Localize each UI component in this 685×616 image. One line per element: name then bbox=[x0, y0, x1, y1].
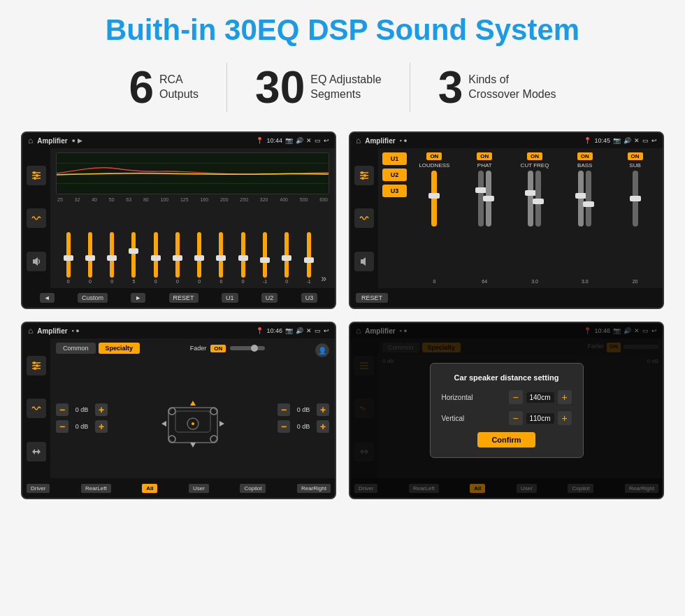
channel-bass: ON BASS 3.0 bbox=[561, 152, 608, 284]
bass-slider-f[interactable] bbox=[578, 171, 584, 227]
spk-user-btn[interactable]: User bbox=[189, 484, 209, 493]
home-icon-1[interactable]: ⌂ bbox=[28, 136, 33, 145]
cross-wave-btn[interactable] bbox=[354, 208, 374, 228]
cross-filter-btn[interactable] bbox=[354, 166, 374, 185]
horizontal-minus[interactable]: − bbox=[509, 390, 523, 404]
stat-crossover: 3 Kinds of Crossover Modes bbox=[410, 65, 584, 110]
eq-slider-1[interactable]: 0 bbox=[80, 232, 99, 284]
tab-common[interactable]: Common bbox=[56, 343, 96, 354]
fader-label: Fader bbox=[190, 345, 207, 352]
phat-slider-f[interactable] bbox=[486, 171, 491, 227]
sub-on[interactable]: ON bbox=[628, 152, 643, 160]
stat-rca: 6 RCA Outputs bbox=[101, 65, 226, 110]
loudness-slider[interactable] bbox=[431, 171, 437, 227]
fl-vol-minus[interactable]: − bbox=[56, 403, 68, 416]
cutfreq-on[interactable]: ON bbox=[527, 152, 542, 160]
vertical-plus[interactable]: + bbox=[558, 411, 572, 425]
home-icon-3[interactable]: ⌂ bbox=[28, 326, 33, 336]
eq-prev-btn[interactable]: ◄ bbox=[40, 293, 55, 303]
fader-slider[interactable] bbox=[230, 346, 265, 350]
stat-number-30: 30 bbox=[255, 65, 305, 110]
eq-custom-btn[interactable]: Custom bbox=[78, 293, 108, 303]
eq-slider-4[interactable]: 0 bbox=[146, 232, 165, 284]
fr-vol-minus[interactable]: − bbox=[277, 403, 290, 416]
dialog-overlay: Car speaker distance setting Horizontal … bbox=[350, 323, 663, 498]
spk-driver-btn[interactable]: Driver bbox=[27, 484, 50, 493]
rr-vol-plus[interactable]: + bbox=[317, 420, 329, 433]
confirm-button[interactable]: Confirm bbox=[477, 432, 535, 447]
spk-rearleft-btn[interactable]: RearLeft bbox=[81, 484, 111, 493]
bass-slider-g[interactable] bbox=[586, 171, 591, 227]
window-icon-1: ▭ bbox=[315, 137, 321, 144]
status-left-1: ⌂ Amplifier ● ▶ bbox=[28, 136, 82, 145]
status-left-3: ⌂ Amplifier ▪ ● bbox=[28, 326, 80, 336]
spk-rearright-btn[interactable]: RearRight bbox=[297, 484, 331, 493]
stat-label-eq: EQ Adjustable Segments bbox=[310, 73, 381, 102]
eq-slider-10[interactable]: 0 bbox=[277, 232, 296, 284]
horizontal-plus[interactable]: + bbox=[558, 390, 572, 404]
bass-on[interactable]: ON bbox=[577, 152, 593, 160]
eq-wave-btn[interactable] bbox=[27, 208, 46, 228]
status-bar-3: ⌂ Amplifier ▪ ● 📍 10:46 📷 🔊 ✕ ▭ ↩ bbox=[22, 323, 335, 338]
crossover-content: U1 U2 U3 ON LOUDNESS 0 bbox=[350, 148, 663, 288]
fl-vol-plus[interactable]: + bbox=[95, 403, 108, 416]
spk-wave-btn[interactable] bbox=[27, 399, 46, 418]
volume-icon-1: 🔊 bbox=[296, 137, 303, 144]
spk-all-btn[interactable]: All bbox=[142, 484, 157, 493]
eq-slider-2[interactable]: 0 bbox=[103, 232, 122, 284]
eq-slider-9[interactable]: -1 bbox=[255, 232, 274, 284]
eq-slider-8[interactable]: 0 bbox=[233, 232, 252, 284]
bass-label: BASS bbox=[577, 162, 592, 169]
eq-u2-btn[interactable]: U2 bbox=[261, 293, 278, 303]
eq-u1-btn[interactable]: U1 bbox=[222, 293, 238, 303]
eq-slider-5[interactable]: 0 bbox=[168, 232, 187, 284]
eq-slider-3[interactable]: 5 bbox=[124, 232, 143, 284]
tab-specialty[interactable]: Specialty bbox=[99, 343, 140, 354]
preset-u3[interactable]: U3 bbox=[382, 185, 407, 197]
svg-marker-33 bbox=[161, 421, 166, 427]
spk-filter-btn[interactable] bbox=[27, 356, 46, 375]
eq-slider-11[interactable]: -1 bbox=[299, 232, 318, 284]
eq-vol-btn[interactable] bbox=[27, 252, 46, 271]
spk-copilot-btn[interactable]: Copilot bbox=[240, 484, 266, 493]
eq-slider-0[interactable]: 0 bbox=[59, 232, 78, 284]
eq-u3-btn[interactable]: U3 bbox=[301, 293, 318, 303]
fader-on-badge[interactable]: ON bbox=[210, 345, 226, 352]
eq-slider-7[interactable]: 0 bbox=[212, 232, 231, 284]
loudness-on[interactable]: ON bbox=[426, 152, 442, 160]
back-icon-2[interactable]: ↩ bbox=[651, 137, 657, 144]
eq-slider-6[interactable]: 0 bbox=[190, 232, 209, 284]
rr-vol-minus[interactable]: − bbox=[277, 420, 290, 433]
eq-arrows[interactable]: » bbox=[321, 273, 326, 284]
cross-reset-btn[interactable]: RESET bbox=[356, 293, 388, 303]
svg-point-14 bbox=[363, 174, 366, 177]
eq-graph bbox=[56, 152, 329, 194]
eq-reset-btn[interactable]: RESET bbox=[169, 293, 199, 303]
rl-vol-plus[interactable]: + bbox=[95, 420, 108, 433]
sub-slider-g[interactable] bbox=[633, 171, 638, 227]
eq-freq-labels: 25 32 40 50 63 80 100 125 160 200 250 32… bbox=[56, 197, 329, 202]
spk-expand-btn[interactable] bbox=[27, 442, 46, 461]
rl-vol-minus[interactable]: − bbox=[56, 420, 68, 433]
cross-vol-btn[interactable] bbox=[354, 252, 374, 271]
back-icon-1[interactable]: ↩ bbox=[324, 137, 329, 144]
eq-next-btn[interactable]: ► bbox=[131, 293, 145, 303]
user-settings-icon[interactable]: 👤 bbox=[315, 343, 329, 357]
phat-on[interactable]: ON bbox=[477, 152, 492, 160]
rear-left-vol: − 0 dB + bbox=[56, 420, 108, 433]
preset-u2[interactable]: U2 bbox=[382, 169, 407, 181]
camera-icon-3: 📷 bbox=[285, 327, 293, 334]
back-icon-3[interactable]: ↩ bbox=[324, 327, 329, 334]
screen-distance: ⌂ Amplifier ▪ ● 📍 10:46 📷 🔊 ✕ ▭ ↩ bbox=[349, 322, 664, 499]
channel-sub: ON SUB 20 bbox=[612, 152, 658, 284]
page-title: Buith-in 30EQ DSP Sound System bbox=[106, 14, 579, 46]
preset-u1[interactable]: U1 bbox=[382, 152, 407, 165]
eq-filter-btn[interactable] bbox=[27, 166, 46, 185]
cutfreq-slider-g[interactable] bbox=[535, 171, 541, 227]
vertical-minus[interactable]: − bbox=[509, 411, 523, 425]
svg-point-26 bbox=[192, 422, 194, 425]
screen3-title: Amplifier bbox=[37, 327, 67, 335]
fr-vol-plus[interactable]: + bbox=[317, 403, 329, 416]
phat-label: PHAT bbox=[477, 162, 492, 169]
home-icon-2[interactable]: ⌂ bbox=[356, 136, 361, 145]
